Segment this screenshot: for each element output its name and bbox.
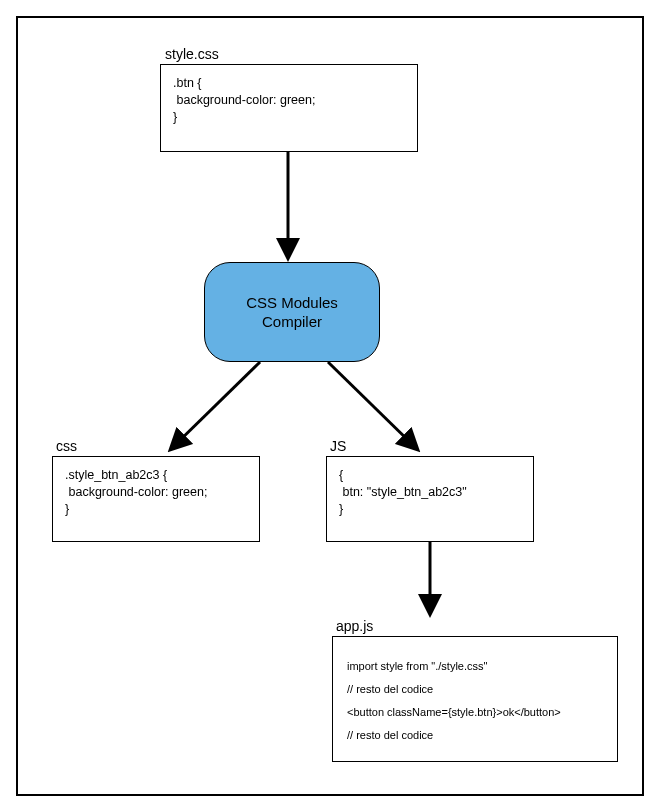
appjs-line-1: import style from "./style.css" — [347, 661, 603, 672]
js-output-label: JS — [330, 438, 346, 454]
css-output-box: .style_btn_ab2c3 { background-color: gre… — [52, 456, 260, 542]
svg-line-1 — [172, 362, 260, 448]
stylecss-label: style.css — [165, 46, 219, 62]
appjs-box: import style from "./style.css" // resto… — [332, 636, 618, 762]
css-output-label: css — [56, 438, 77, 454]
appjs-line-2: // resto del codice — [347, 684, 603, 695]
diagram-canvas: style.css .btn { background-color: green… — [16, 16, 644, 796]
appjs-line-4: // resto del codice — [347, 730, 603, 741]
compiler-line2: Compiler — [262, 313, 322, 330]
compiler-node: CSS Modules Compiler — [204, 262, 380, 362]
js-output-box: { btn: "style_btn_ab2c3" } — [326, 456, 534, 542]
svg-line-2 — [328, 362, 416, 448]
appjs-label: app.js — [336, 618, 373, 634]
compiler-line1: CSS Modules — [246, 294, 338, 311]
appjs-line-3: <button className={style.btn}>ok</button… — [347, 707, 603, 718]
stylecss-box: .btn { background-color: green; } — [160, 64, 418, 152]
